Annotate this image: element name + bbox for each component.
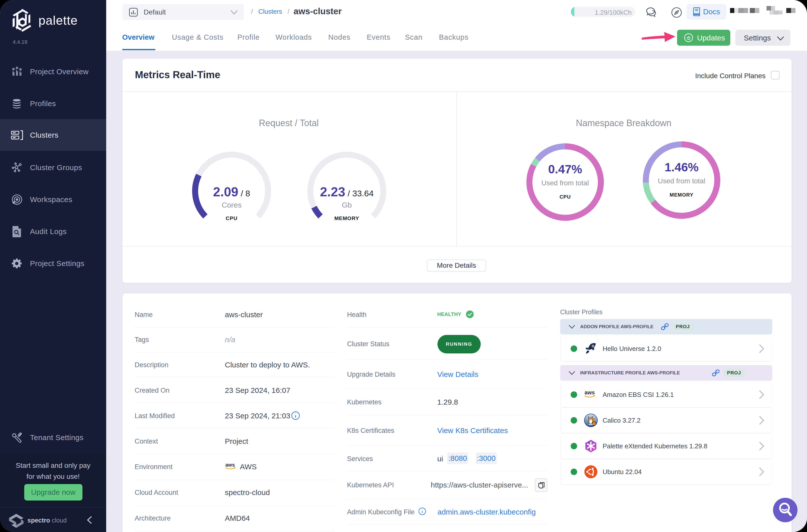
svg-text:aws: aws xyxy=(225,462,235,468)
svg-text:aws: aws xyxy=(585,390,595,396)
